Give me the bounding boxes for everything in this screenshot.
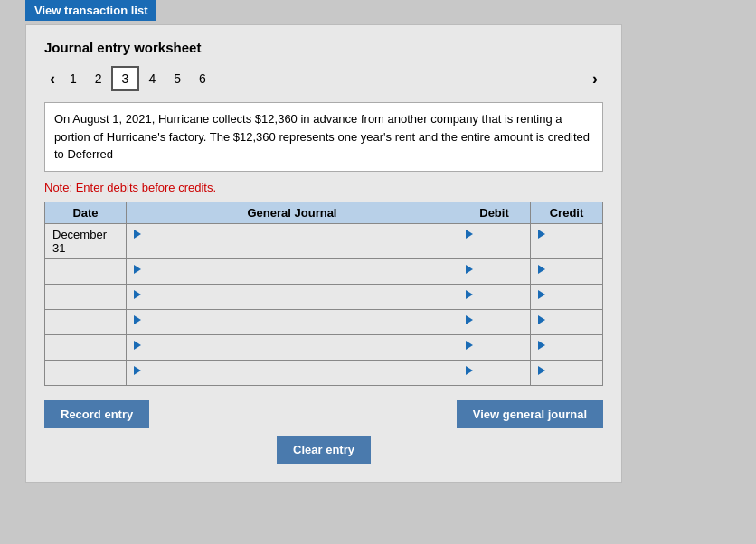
date-cell-1[interactable]: December31	[45, 223, 127, 258]
col-header-credit: Credit	[531, 202, 603, 223]
triangle-icon-c2	[538, 265, 545, 274]
triangle-icon-c1	[538, 230, 545, 239]
credit-cell-5[interactable]	[531, 334, 603, 360]
credit-cell-1[interactable]	[531, 223, 603, 258]
debit-cell-5[interactable]	[458, 334, 531, 360]
journal-cell-3[interactable]	[127, 284, 458, 309]
table-row	[45, 284, 603, 309]
table-row	[45, 334, 603, 360]
journal-cell-2[interactable]	[127, 258, 458, 284]
tab-5[interactable]: 5	[165, 68, 190, 89]
note-text: Note: Enter debits before credits.	[44, 181, 603, 194]
date-cell-4[interactable]	[45, 309, 127, 334]
triangle-icon-d3	[466, 290, 473, 299]
triangle-icon-3	[134, 290, 141, 299]
debit-cell-1[interactable]	[458, 223, 531, 258]
triangle-icon-d2	[466, 265, 473, 274]
journal-cell-1[interactable]	[127, 223, 458, 258]
triangle-icon-d4	[466, 315, 473, 324]
credit-cell-6[interactable]	[531, 360, 603, 385]
worksheet-title: Journal entry worksheet	[44, 40, 603, 55]
clear-entry-button[interactable]: Clear entry	[277, 436, 371, 464]
triangle-icon-5	[134, 341, 141, 350]
triangle-icon-d1	[466, 230, 473, 239]
triangle-icon-d6	[466, 366, 473, 375]
col-header-date: Date	[45, 202, 127, 223]
debit-cell-4[interactable]	[458, 309, 531, 334]
credit-cell-3[interactable]	[531, 284, 603, 309]
tab-1[interactable]: 1	[61, 68, 86, 89]
triangle-icon-6	[134, 366, 141, 375]
tab-2[interactable]: 2	[86, 68, 111, 89]
col-header-journal: General Journal	[127, 202, 458, 223]
prev-arrow[interactable]: ‹	[44, 70, 61, 89]
journal-cell-5[interactable]	[127, 334, 458, 360]
col-header-debit: Debit	[458, 202, 531, 223]
debit-cell-2[interactable]	[458, 258, 531, 284]
clear-row: Clear entry	[44, 436, 603, 464]
action-buttons-row: Record entry View general journal	[44, 400, 603, 428]
description-text: On August 1, 2021, Hurricane collects $1…	[44, 102, 603, 172]
view-general-journal-button[interactable]: View general journal	[457, 400, 603, 428]
table-row	[45, 360, 603, 385]
credit-cell-4[interactable]	[531, 309, 603, 334]
triangle-icon-c4	[538, 315, 545, 324]
triangle-icon-2	[134, 265, 141, 274]
view-transaction-button[interactable]: View transaction list	[25, 0, 156, 21]
date-cell-5[interactable]	[45, 334, 127, 360]
tab-navigation: ‹ 1 2 3 4 5 6 ›	[44, 66, 603, 91]
debit-cell-6[interactable]	[458, 360, 531, 385]
credit-cell-2[interactable]	[531, 258, 603, 284]
record-entry-button[interactable]: Record entry	[44, 400, 149, 428]
table-row	[45, 309, 603, 334]
tab-3[interactable]: 3	[111, 66, 140, 91]
triangle-icon-c6	[538, 366, 545, 375]
debit-cell-3[interactable]	[458, 284, 531, 309]
journal-cell-6[interactable]	[127, 360, 458, 385]
triangle-icon-1	[134, 230, 141, 239]
triangle-icon-d5	[466, 341, 473, 350]
next-arrow[interactable]: ›	[587, 70, 603, 89]
triangle-icon-c5	[538, 341, 545, 350]
journal-table: Date General Journal Debit Credit Decemb…	[44, 202, 603, 386]
date-cell-3[interactable]	[45, 284, 127, 309]
tab-6[interactable]: 6	[190, 68, 215, 89]
triangle-icon-c3	[538, 290, 545, 299]
tab-4[interactable]: 4	[139, 68, 165, 89]
table-row: December31	[45, 223, 603, 258]
triangle-icon-4	[134, 315, 141, 324]
date-cell-2[interactable]	[45, 258, 127, 284]
table-row	[45, 258, 603, 284]
journal-cell-4[interactable]	[127, 309, 458, 334]
worksheet-container: Journal entry worksheet ‹ 1 2 3 4 5 6 › …	[25, 24, 622, 483]
date-cell-6[interactable]	[45, 360, 127, 385]
